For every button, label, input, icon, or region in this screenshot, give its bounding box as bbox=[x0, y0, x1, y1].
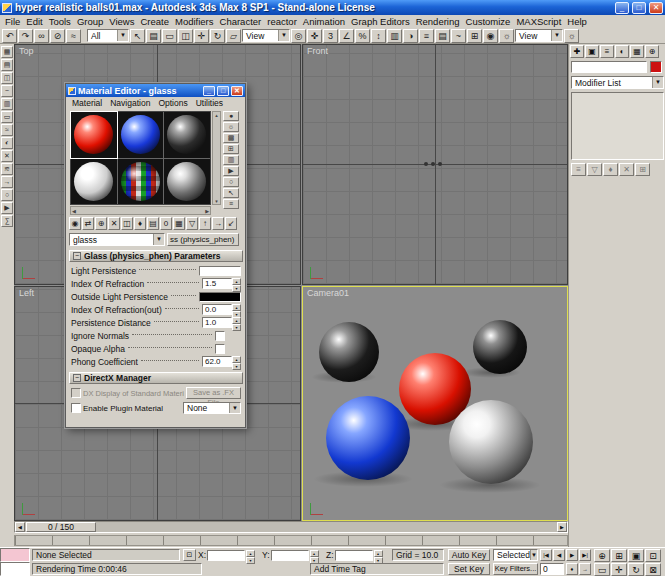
maximize-button[interactable]: □ bbox=[217, 86, 229, 96]
track-bar[interactable] bbox=[14, 535, 568, 546]
spinner-value-field[interactable]: 62.0 bbox=[202, 356, 232, 367]
create-tab-icon[interactable]: ✚ bbox=[570, 45, 584, 58]
reactor-plane-icon[interactable]: ▭ bbox=[1, 111, 13, 123]
minimize-button[interactable]: _ bbox=[203, 86, 215, 96]
render-type-dropdown[interactable]: View ▼ bbox=[515, 29, 563, 42]
zoom-all-icon[interactable]: ⊞ bbox=[611, 549, 627, 562]
collapse-icon[interactable]: − bbox=[73, 252, 81, 260]
color-swatch[interactable] bbox=[199, 266, 241, 276]
y-spinner[interactable]: ▴▾ bbox=[310, 550, 319, 561]
parameter-checkbox[interactable] bbox=[215, 331, 225, 341]
reactor-spring-icon[interactable]: ≈ bbox=[1, 124, 13, 136]
show-end-result-icon[interactable]: ▽ bbox=[186, 217, 198, 230]
use-pivot-point-center-icon[interactable]: ◎ bbox=[291, 29, 306, 43]
menu-item[interactable]: Help bbox=[564, 16, 590, 27]
put-material-to-scene-icon[interactable]: ⇄ bbox=[82, 217, 94, 230]
sample-slot-blue[interactable] bbox=[118, 112, 164, 158]
curve-editor-icon[interactable]: ~ bbox=[451, 29, 466, 43]
selection-lock-icon[interactable]: ⊡ bbox=[183, 549, 196, 561]
backlight-icon[interactable]: ☼ bbox=[223, 122, 239, 132]
select-object-icon[interactable]: ↖ bbox=[130, 29, 145, 43]
menu-item[interactable]: Material bbox=[68, 98, 106, 108]
sample-slots-vertical-scrollbar[interactable]: ▴ ▾ bbox=[212, 111, 221, 205]
viewport-front-label[interactable]: Front bbox=[307, 46, 328, 56]
reactor-water-icon[interactable]: ≋ bbox=[1, 163, 13, 175]
sample-type-icon[interactable]: ● bbox=[223, 111, 239, 121]
put-to-library-icon[interactable]: ▤ bbox=[147, 217, 159, 230]
menu-item[interactable]: Group bbox=[74, 16, 106, 27]
reactor-preview-icon[interactable]: ▶ bbox=[1, 202, 13, 214]
select-and-rotate-icon[interactable]: ↻ bbox=[210, 29, 225, 43]
sample-slot-checker[interactable] bbox=[118, 159, 164, 205]
percent-snap-icon[interactable]: % bbox=[355, 29, 370, 43]
object-name-field[interactable] bbox=[571, 61, 647, 73]
sample-slot-white[interactable] bbox=[71, 159, 117, 205]
z-field[interactable] bbox=[335, 550, 373, 561]
menu-item[interactable]: Customize bbox=[463, 16, 514, 27]
modifier-list-dropdown[interactable]: Modifier List ▼ bbox=[571, 76, 664, 89]
enable-plugin-checkbox[interactable] bbox=[71, 403, 81, 413]
spinner-down-icon[interactable]: ▾ bbox=[246, 557, 255, 564]
reactor-motor-icon[interactable]: ◐ bbox=[1, 137, 13, 149]
next-frame-arrow-icon[interactable]: ▶ bbox=[557, 522, 567, 532]
reactor-wind-icon[interactable]: → bbox=[1, 176, 13, 188]
coordinate-system-dropdown[interactable]: View ▼ bbox=[242, 29, 290, 42]
viewport-camera01[interactable]: Camera01 bbox=[302, 286, 568, 521]
sample-uv-tiling-icon[interactable]: ⊞ bbox=[223, 144, 239, 154]
schematic-view-icon[interactable]: ⊞ bbox=[467, 29, 482, 43]
menu-item[interactable]: Create bbox=[137, 16, 172, 27]
pan-icon[interactable]: ✛ bbox=[611, 563, 627, 576]
get-material-icon[interactable]: ◉ bbox=[69, 217, 81, 230]
current-frame-field[interactable]: 0 bbox=[540, 563, 564, 575]
arc-rotate-icon[interactable]: ↻ bbox=[628, 563, 644, 576]
maximize-viewport-toggle-icon[interactable]: ⊠ bbox=[645, 563, 661, 576]
material-type-button[interactable]: ss (physics_phen) bbox=[167, 233, 239, 246]
material-editor-icon[interactable]: ◉ bbox=[483, 29, 498, 43]
spinner-value-field[interactable]: 0.0 bbox=[202, 304, 232, 315]
select-and-move-icon[interactable]: ✛ bbox=[194, 29, 209, 43]
reset-map-icon[interactable]: ✕ bbox=[108, 217, 120, 230]
scroll-down-icon[interactable]: ▾ bbox=[213, 198, 220, 204]
menu-item[interactable]: reactor bbox=[264, 16, 300, 27]
utilities-tab-icon[interactable]: ⊕ bbox=[645, 45, 659, 58]
spinner-up-icon[interactable]: ▴ bbox=[232, 317, 241, 324]
select-and-link-icon[interactable]: ∞ bbox=[34, 29, 49, 43]
z-spinner[interactable]: ▴▾ bbox=[374, 550, 383, 561]
spinner-up-icon[interactable]: ▴ bbox=[232, 304, 241, 311]
key-selection-dropdown[interactable]: Selected ▼ bbox=[493, 549, 538, 561]
material-id-channel-icon[interactable]: 0 bbox=[160, 217, 172, 230]
menu-item[interactable]: Options bbox=[154, 98, 191, 108]
make-unique-stack-icon[interactable]: ♦ bbox=[603, 163, 618, 176]
sample-slot-red[interactable] bbox=[71, 112, 117, 158]
spinner-snap-icon[interactable]: ↕ bbox=[371, 29, 386, 43]
go-to-parent-icon[interactable]: ↑ bbox=[199, 217, 211, 230]
reactor-toy-car-icon[interactable]: ○ bbox=[1, 189, 13, 201]
menu-item[interactable]: Animation bbox=[300, 16, 348, 27]
pick-material-from-object-icon[interactable]: ↙ bbox=[225, 217, 237, 230]
spinner-value-field[interactable]: 1.0 bbox=[202, 317, 232, 328]
menu-item[interactable]: MAXScript bbox=[513, 16, 564, 27]
unlink-selection-icon[interactable]: ⊘ bbox=[50, 29, 65, 43]
sample-slot-black[interactable] bbox=[164, 112, 210, 158]
auto-key-button[interactable]: Auto Key bbox=[448, 549, 490, 561]
select-and-scale-icon[interactable]: ▱ bbox=[226, 29, 241, 43]
material-map-navigator-icon[interactable]: ≡ bbox=[223, 199, 239, 209]
chevron-down-icon[interactable]: ▼ bbox=[278, 30, 289, 41]
spinner-down-icon[interactable]: ▾ bbox=[232, 363, 241, 370]
previous-frame-icon[interactable]: ◀ bbox=[553, 549, 565, 561]
spinner-down-icon[interactable]: ▾ bbox=[232, 324, 241, 331]
show-end-result-stack-icon[interactable]: ▽ bbox=[587, 163, 602, 176]
rollout-glass-parameters[interactable]: − Glass (physics_phen) Parameters bbox=[69, 250, 243, 262]
chevron-down-icon[interactable]: ▼ bbox=[530, 550, 537, 560]
spinner-up-icon[interactable]: ▴ bbox=[232, 356, 241, 363]
close-button[interactable]: ✕ bbox=[649, 2, 663, 14]
redo-icon[interactable]: ↷ bbox=[18, 29, 33, 43]
window-titlebar[interactable]: hyper realistic balls01.max - Autodesk 3… bbox=[0, 0, 665, 15]
reactor-fracture-icon[interactable]: ✕ bbox=[1, 150, 13, 162]
spinner-up-icon[interactable]: ▴ bbox=[246, 550, 255, 557]
video-color-check-icon[interactable]: ▥ bbox=[223, 155, 239, 165]
configure-modifier-sets-icon[interactable]: ⊞ bbox=[635, 163, 650, 176]
object-color-swatch[interactable] bbox=[650, 61, 662, 73]
menu-item[interactable]: Rendering bbox=[413, 16, 463, 27]
maximize-button[interactable]: □ bbox=[632, 2, 646, 14]
